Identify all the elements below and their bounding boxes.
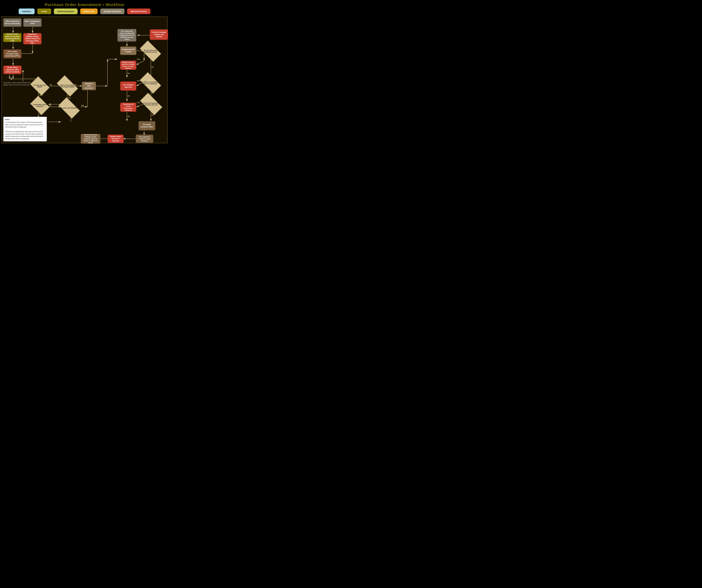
node-when-unordered: When Unordered Items are Received (3, 18, 21, 27)
svg-text:YES: YES (137, 58, 140, 60)
legend-external: External System (54, 8, 78, 14)
diamond-nonresident: Is PO to a nonresident alien or employee… (141, 78, 159, 88)
diamond-less-5000: Is order less than $5000? (32, 81, 47, 91)
diamond-transaction-auth: Is PO over transaction authority amount? (141, 99, 161, 109)
node-vendor-sends: Vendor sends invoice or eInvoice (108, 135, 124, 143)
legend-batch: Batch Job (80, 8, 98, 14)
diamond-commodity: Commodity review required? (32, 100, 47, 111)
notes-title: Notes: (5, 118, 45, 121)
diagram-area: NO YES YES NO NO YES YES (1, 16, 168, 143)
legend: Interface e-doc External System Batch Jo… (0, 8, 169, 14)
node-po-created-pending: PO created with status Pending CM Assign… (117, 29, 136, 41)
svg-text:NO: NO (68, 97, 71, 99)
node-fiscal-officer: Fiscal officer approves; adds account nu… (3, 66, 21, 74)
diamond-cg: Does account have C&G responsibility? (58, 81, 77, 91)
legend-manual: Manual Process (127, 8, 150, 14)
node-kfs-creates: KFS creates Purchase Order Amendment (PO… (3, 49, 21, 58)
svg-text:YES: YES (137, 80, 140, 82)
node-unapproved-po: Unapproved PO created (120, 46, 136, 55)
legend-interface: Interface (19, 8, 35, 14)
node-tax-manager: Tax manager approves (120, 82, 136, 91)
node-org-review: Organizational review (transaction autho… (120, 103, 136, 112)
diamond-insufficient: Do accounts have insufficient funds? (141, 46, 159, 56)
svg-text:NO: NO (127, 95, 130, 97)
svg-text:YES: YES (137, 102, 140, 103)
svg-text:NO: NO (49, 105, 51, 106)
svg-text:NO: NO (151, 66, 154, 68)
node-separation: Separation of duty reviewer added when i… (3, 82, 31, 91)
notes-line-3: POAs from unordered items will route to … (5, 130, 45, 140)
node-budget-reviewer: Budget reviewer approves (budget review … (120, 61, 136, 70)
svg-text:NO: NO (50, 84, 52, 86)
node-routes-cg: Routes to C&G processor (82, 82, 96, 90)
node-req-initiator: Requisition (REQS) initiator selects Ame… (23, 33, 41, 44)
node-receiver-adds: Receiver adds items to Line-Item Receivi… (3, 33, 21, 42)
node-when-changing: When Changing an Order (23, 18, 41, 27)
node-payment-request: Payment Request (PREQ) created (requires… (81, 134, 100, 144)
svg-text:NO: NO (127, 116, 130, 117)
node-po-status-open: PO status becomes Open (138, 121, 155, 130)
node-contract-manager: Contract manager assigns and submits (150, 29, 168, 40)
node-file-created: File created for vendor through SciQuest (136, 135, 153, 143)
svg-line-38 (136, 61, 144, 65)
legend-system: System Function (100, 8, 125, 14)
legend-edoc: e-doc (37, 8, 51, 14)
svg-text:YES: YES (81, 105, 84, 106)
notes-line-1: If a fiscal officer (FO) creates a POA u… (5, 121, 45, 128)
notes-box: Notes: If a fiscal officer (FO) creates … (3, 117, 47, 142)
svg-text:NO: NO (127, 73, 130, 74)
diamond-over-10000: Is order over $10,000? (60, 103, 78, 113)
page-title: Purchase Order Amendment • Workflow (0, 0, 169, 8)
